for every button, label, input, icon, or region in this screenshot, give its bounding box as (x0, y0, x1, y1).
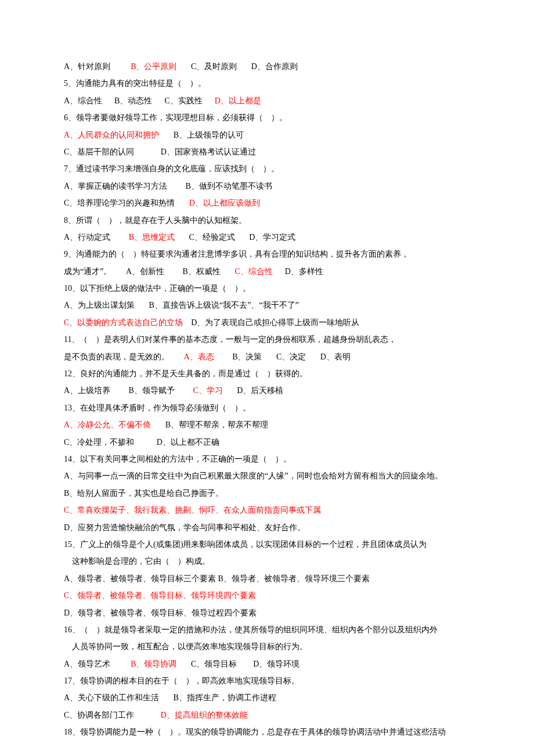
answer-text: A、冷静公允、不偏不倚 (64, 420, 151, 429)
question-text: 14、以下有关同事之间相处的方法中，不正确的一项是（ ）。 (64, 455, 291, 463)
answer-text: C、以委婉的方式表达自己的立场 (64, 318, 183, 327)
text-line: D、应努力营造愉快融洽的气氛，学会与同事和平相处、友好合作。 (64, 519, 476, 536)
answer-text: C、综合性 (234, 267, 272, 276)
question-text: C、及时原则 D、合作原则 (176, 62, 297, 71)
text-line: A、冷静公允、不偏不倚 B、帮理不帮亲，帮亲不帮理 (64, 416, 476, 433)
text-line: C、基层干部的认同 D、国家资格考试认证通过 (64, 143, 476, 160)
question-text: A、针对原则 (64, 62, 131, 71)
question-text: 16、（ ）就是领导者采取一定的措施和办法，使其所领导的组织同环境、组织内各个部… (64, 625, 438, 634)
text-line: A、领导艺术 B、领导协调 C、领导目标 D、领导环境 (64, 656, 476, 672)
question-text: 5、沟通能力具有的突出特征是（ ）。 (64, 79, 206, 88)
question-text: A、上级培养 B、领导赋予 (64, 386, 193, 395)
question-text: D、多样性 (273, 267, 323, 276)
answer-text: C、常喜欢摆架子、我行我素、挑剔、恫吓、在众人面前指责同事或下属 (64, 506, 321, 514)
text-line: A、领导者、被领导者、领导目标三个要素 B、领导者、被领导者、领导环境三个要素 (64, 570, 476, 587)
question-text: D、领导者、被领导者、领导目标、领导过程四个要素 (64, 609, 257, 617)
answer-text: B、领导协调 (131, 660, 176, 668)
question-text: 17、领导协调的根本目的在于（ ），即高效率地实现领导目标。 (64, 676, 300, 685)
question-text: 是不负责的表现，是无效的。 (64, 352, 184, 361)
text-line: C、培养理论学习的兴趣和热情 D、以上都应该做到 (64, 195, 476, 211)
text-line: C、常喜欢摆架子、我行我素、挑剔、恫吓、在众人面前指责同事或下属 (64, 502, 476, 519)
question-text: 人员等协同一致，相互配合，以便高效率地实现领导目标的行为。 (64, 642, 308, 651)
question-text: 12、良好的沟通能力，并不是天生具备的，而是通过（ ）获得的。 (64, 369, 308, 378)
text-line: 18、领导协调能力是一种（ ）。现实的领导协调能力，总是存在于具体的领导协调活动… (64, 723, 476, 740)
question-text: C、经验定式 D、学习定式 (175, 233, 295, 242)
text-line: 10、以下拒绝上级的做法中，正确的一项是（ ）。 (64, 280, 476, 297)
text-line: 11、（ ）是表明人们对某件事的基本态度，一般与一定的身份相联系，超越身份胡乱表… (64, 331, 476, 348)
question-text: 10、以下拒绝上级的做法中，正确的一项是（ ）。 (64, 284, 251, 293)
question-text: 15、广义上的领导是个人(或集团)用来影响团体成员，以实现团体目标的一个过程，并… (64, 540, 427, 549)
text-line: C、协调各部门工作 D、提高组织的整体效能 (64, 707, 476, 723)
question-text: A、领导者、被领导者、领导目标三个要素 B、领导者、被领导者、领导环境三个要素 (64, 574, 370, 583)
text-line: 5、沟通能力具有的突出特征是（ ）。 (64, 75, 476, 92)
text-line: 12、良好的沟通能力，并不是天生具备的，而是通过（ ）获得的。 (64, 365, 476, 382)
question-text: 成为“通才”。 A、创新性 B、权威性 (64, 267, 234, 276)
question-text: A、与同事一点一滴的日常交往中为自己积累最大限度的“人缘”，同时也会给对方留有相… (64, 471, 443, 480)
text-line: 13、在处理具体矛盾时，作为领导必须做到（ ）。 (64, 399, 476, 416)
answer-text: B、思维定式 (129, 233, 175, 242)
question-text: 13、在处理具体矛盾时，作为领导必须做到（ ）。 (64, 404, 251, 412)
text-line: D、领导者、被领导者、领导目标、领导过程四个要素 (64, 604, 476, 621)
question-text: D、后天移植 (223, 386, 284, 395)
question-text: A、领导艺术 (64, 660, 131, 668)
text-line: 8、所谓（ ），就是存在于人头脑中的认知框架。 (64, 212, 476, 229)
text-line: 17、领导协调的根本目的在于（ ），即高效率地实现领导目标。 (64, 672, 476, 689)
text-line: A、人民群众的认同和拥护 B、上级领导的认可 (64, 127, 476, 143)
answer-text: D、以上都是 (215, 96, 261, 105)
question-text: C、协调各部门工作 (64, 711, 161, 719)
question-text: B、决策 C、决定 D、表明 (214, 352, 351, 361)
text-line: 9、沟通能力的（ ）特征要求沟通者注意博学多识，具有合理的知识结构，提升各方面的… (64, 246, 476, 262)
answer-text: B、公平原则 (131, 62, 176, 71)
text-line: C、以委婉的方式表达自己的立场 D、为了表现自己或担心得罪上级而一味地听从 (64, 314, 476, 331)
text-line: 6、领导者要做好领导工作，实现理想目标，必须获得（ ）。 (64, 109, 476, 126)
answer-text: C、领导者、被领导者、领导目标、领导环境四个要素 (64, 591, 256, 600)
question-text: B、上级领导的认可 (159, 131, 244, 139)
text-line: 人员等协同一致，相互配合，以便高效率地实现领导目标的行为。 (64, 638, 476, 655)
question-text: 18、领导协调能力是一种（ ）。现实的领导协调能力，总是存在于具体的领导协调活动… (64, 728, 446, 736)
question-text: D、应努力营造愉快融洽的气氛，学会与同事和平相处、友好合作。 (64, 523, 305, 532)
text-line: A、掌握正确的读书学习方法 B、做到不动笔墨不读书 (64, 178, 476, 195)
question-list: A、针对原则 B、公平原则 C、及时原则 D、合作原则5、沟通能力具有的突出特征… (64, 58, 476, 741)
answer-text: C、学习 (193, 386, 222, 395)
question-text: B、帮理不帮亲，帮亲不帮理 (151, 420, 268, 429)
question-text: C、冷处理，不掺和 D、以上都不正确 (64, 438, 219, 447)
question-text: D、为了表现自己或担心得罪上级而一味地听从 (183, 318, 359, 327)
text-line: C、冷处理，不掺和 D、以上都不正确 (64, 434, 476, 451)
question-text: A、行动定式 (64, 233, 129, 242)
question-text: C、培养理论学习的兴趣和热情 (64, 199, 189, 207)
question-text: 8、所谓（ ），就是存在于人头脑中的认知框架。 (64, 216, 247, 225)
question-text: 这种影响是合理的，它由（ ）构成。 (64, 557, 210, 566)
text-line: B、给别人留面子，其实也是给自己挣面子。 (64, 485, 476, 502)
text-line: C、领导者、被领导者、领导目标、领导环境四个要素 (64, 587, 476, 604)
text-line: A、为上级出谋划策 B、直接告诉上级说“我不去”、“我干不了” (64, 297, 476, 314)
answer-text: A、表态 (184, 352, 214, 361)
question-text: C、领导目标 D、领导环境 (176, 660, 300, 668)
question-text: 11、（ ）是表明人们对某件事的基本态度，一般与一定的身份相联系，超越身份胡乱表… (64, 335, 396, 344)
text-line: 14、以下有关同事之间相处的方法中，不正确的一项是（ ）。 (64, 451, 476, 467)
text-line: 15、广义上的领导是个人(或集团)用来影响团体成员，以实现团体目标的一个过程，并… (64, 536, 476, 553)
text-line: A、关心下级的工作和生活 B、指挥生产，协调工作进程 (64, 689, 476, 706)
answer-text: A、人民群众的认同和拥护 (64, 131, 159, 139)
text-line: 成为“通才”。 A、创新性 B、权威性 C、综合性 D、多样性 (64, 263, 476, 280)
text-line: A、行动定式 B、思维定式 C、经验定式 D、学习定式 (64, 229, 476, 246)
text-line: A、针对原则 B、公平原则 C、及时原则 D、合作原则 (64, 58, 476, 75)
text-line: A、上级培养 B、领导赋予 C、学习 D、后天移植 (64, 382, 476, 399)
text-line: 这种影响是合理的，它由（ ）构成。 (64, 553, 476, 570)
question-text: 6、领导者要做好领导工作，实现理想目标，必须获得（ ）。 (64, 113, 287, 122)
answer-text: D、提高组织的整体效能 (161, 711, 248, 719)
question-text: A、综合性 B、动态性 C、实践性 (64, 96, 215, 105)
question-text: B、给别人留面子，其实也是给自己挣面子。 (64, 489, 223, 498)
question-text: C、基层干部的认同 D、国家资格考试认证通过 (64, 147, 256, 156)
question-text: 9、沟通能力的（ ）特征要求沟通者注意博学多识，具有合理的知识结构，提升各方面的… (64, 250, 409, 258)
text-line: 是不负责的表现，是无效的。 A、表态 B、决策 C、决定 D、表明 (64, 348, 476, 365)
question-text: A、为上级出谋划策 B、直接告诉上级说“我不去”、“我干不了” (64, 301, 299, 309)
text-line: 16、（ ）就是领导者采取一定的措施和办法，使其所领导的组织同环境、组织内各个部… (64, 621, 476, 638)
text-line: A、综合性 B、动态性 C、实践性 D、以上都是 (64, 92, 476, 109)
question-text: A、掌握正确的读书学习方法 B、做到不动笔墨不读书 (64, 182, 272, 190)
question-text: A、关心下级的工作和生活 B、指挥生产，协调工作进程 (64, 693, 276, 702)
question-text: 7、通过读书学习来增强自身的文化底蕴，应该找到（ ）。 (64, 164, 279, 173)
text-line: 7、通过读书学习来增强自身的文化底蕴，应该找到（ ）。 (64, 160, 476, 177)
answer-text: D、以上都应该做到 (189, 199, 260, 207)
text-line: A、与同事一点一滴的日常交往中为自己积累最大限度的“人缘”，同时也会给对方留有相… (64, 467, 476, 484)
